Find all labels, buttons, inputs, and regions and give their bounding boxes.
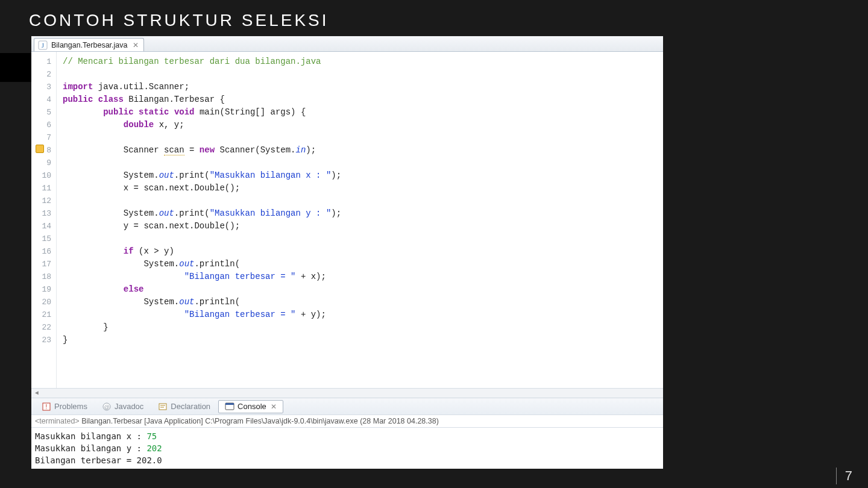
line-number: 11 xyxy=(31,182,51,195)
line-number: 3 xyxy=(31,81,51,93)
code-text: class xyxy=(98,95,124,104)
slide-title: CONTOH STRUKTUR SELEKSI xyxy=(0,0,868,39)
code-text: x, y; xyxy=(154,120,184,130)
console-output[interactable]: Masukkan bilangan x : 75 Masukkan bilang… xyxy=(31,427,663,469)
line-number: 12 xyxy=(31,195,51,207)
console-status-text: Bilangan.Terbesar [Java Application] C:\… xyxy=(80,417,439,425)
scroll-left-icon[interactable]: ◄ xyxy=(35,390,39,396)
code-text: + x); xyxy=(295,272,326,281)
code-text: java.util.Scanner; xyxy=(93,82,189,92)
code-area[interactable]: // Mencari bilangan terbesar dari dua bi… xyxy=(57,52,663,388)
console-line: Masukkan bilangan x : xyxy=(35,431,146,441)
line-number: 9 xyxy=(31,157,51,169)
tab-problems[interactable]: ! Problems xyxy=(35,400,94,413)
declaration-icon xyxy=(158,402,168,411)
code-text: } xyxy=(63,335,68,345)
javadoc-icon: @ xyxy=(102,402,112,411)
code-text: void xyxy=(174,107,195,117)
code-text: (x > y) xyxy=(134,246,174,256)
code-text: Scanner(System. xyxy=(215,145,295,155)
line-number-gutter: 1 2 3 4 5 6 7 8 9 10 11 12 13 14 15 16 1… xyxy=(31,52,57,388)
code-text: ); xyxy=(306,145,316,155)
line-number: 16 xyxy=(31,245,51,258)
svg-text:J: J xyxy=(42,42,44,49)
svg-text:!: ! xyxy=(46,404,48,410)
tab-label: Javadoc xyxy=(115,402,143,411)
editor-tab-filename: Bilangan.Terbesar.java xyxy=(51,41,127,49)
tab-label: Console xyxy=(237,402,266,411)
svg-rect-6 xyxy=(159,404,166,410)
line-number: 19 xyxy=(31,283,51,296)
code-text xyxy=(63,272,184,281)
code-text: scan xyxy=(164,145,184,155)
tab-declaration[interactable]: Declaration xyxy=(151,400,217,413)
code-text: .print( xyxy=(174,208,210,218)
code-text: new xyxy=(200,145,215,155)
console-line: Masukkan bilangan y : xyxy=(35,443,146,453)
line-number: 18 xyxy=(31,271,51,283)
code-text: else xyxy=(124,284,144,294)
line-number: 8 xyxy=(31,144,51,157)
line-number: 14 xyxy=(31,220,51,233)
line-number: 17 xyxy=(31,258,51,271)
console-input-value: 75 xyxy=(146,431,157,441)
code-text: out xyxy=(179,259,194,269)
terminated-label: <terminated> xyxy=(35,417,80,425)
line-number: 5 xyxy=(31,106,51,119)
console-line: Bilangan terbesar = 202.0 xyxy=(35,455,162,465)
bottom-view-tabs: ! Problems @ Javadoc Declaration Console… xyxy=(31,398,663,414)
code-text: "Bilangan terbesar = " xyxy=(184,310,296,319)
line-number: 22 xyxy=(31,321,51,334)
code-text: ); xyxy=(331,208,341,218)
code-text: double xyxy=(124,120,154,130)
code-text: in xyxy=(296,145,306,155)
code-text: static xyxy=(139,107,169,117)
code-text: "Masukkan bilangan y : " xyxy=(210,208,332,218)
code-text: "Masukkan bilangan x : " xyxy=(210,170,332,180)
line-number: 1 xyxy=(31,55,51,68)
line-number: 15 xyxy=(31,233,51,245)
console-status-line: <terminated> Bilangan.Terbesar [Java App… xyxy=(31,414,663,427)
java-file-icon: J xyxy=(38,40,48,50)
code-text: .println( xyxy=(194,297,240,307)
code-text: out xyxy=(159,208,174,218)
line-number: 13 xyxy=(31,207,51,220)
code-text: "Bilangan terbesar = " xyxy=(184,272,296,281)
line-number: 2 xyxy=(31,68,51,81)
code-text: .print( xyxy=(174,170,210,180)
code-text: + y); xyxy=(295,310,326,319)
code-text: out xyxy=(159,170,174,180)
code-text: y = scan.next.Double(); xyxy=(63,221,240,231)
tab-console[interactable]: Console ✕ xyxy=(218,400,283,413)
console-input-value: 202 xyxy=(146,443,162,453)
horizontal-scrollbar[interactable]: ◄ xyxy=(31,388,663,398)
code-text: main(String[] args) { xyxy=(194,107,306,117)
tab-javadoc[interactable]: @ Javadoc xyxy=(95,400,150,413)
ide-frame: J Bilangan.Terbesar.java ✕ 1 2 3 4 5 6 7… xyxy=(31,36,663,469)
code-text: System. xyxy=(63,259,179,269)
tab-label: Problems xyxy=(54,402,87,411)
code-text: } xyxy=(63,322,108,332)
code-editor[interactable]: 1 2 3 4 5 6 7 8 9 10 11 12 13 14 15 16 1… xyxy=(31,52,663,388)
code-text xyxy=(63,310,184,319)
line-number: 7 xyxy=(31,131,51,144)
line-number: 6 xyxy=(31,119,51,131)
line-number: 10 xyxy=(31,169,51,182)
console-icon xyxy=(225,402,234,411)
code-text: x = scan.next.Double(); xyxy=(63,183,240,193)
line-number: 21 xyxy=(31,308,51,321)
line-number: 4 xyxy=(31,93,51,106)
close-icon[interactable]: ✕ xyxy=(131,41,139,49)
accent-block xyxy=(0,53,31,82)
code-text: out xyxy=(179,297,194,307)
code-text: System. xyxy=(63,170,159,180)
code-text: .println( xyxy=(194,259,240,269)
line-number: 23 xyxy=(31,334,51,346)
code-text: = xyxy=(184,145,200,155)
close-icon[interactable]: ✕ xyxy=(271,402,277,411)
code-text: ); xyxy=(331,170,341,180)
code-text: public xyxy=(63,95,93,104)
code-text: if xyxy=(124,246,134,256)
code-text: System. xyxy=(63,208,159,218)
editor-tab-active[interactable]: J Bilangan.Terbesar.java ✕ xyxy=(34,38,144,51)
